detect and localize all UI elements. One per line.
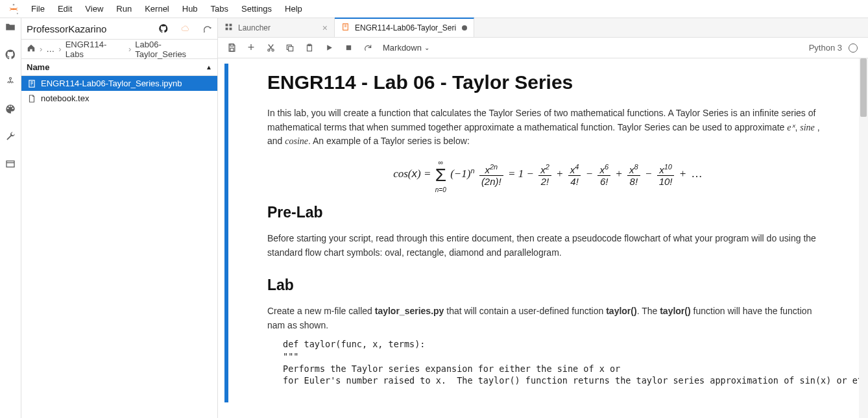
menu-file[interactable]: File [25, 1, 51, 16]
breadcrumb-seg[interactable]: Lab06-Taylor_Series [135, 40, 212, 59]
kernel-name[interactable]: Python 3 [809, 43, 842, 53]
paste-icon[interactable] [301, 40, 318, 56]
tabs-icon[interactable] [4, 157, 17, 170]
code-block: def taylor(func, x, terms): """ Performs… [283, 338, 828, 387]
scrollbar[interactable] [859, 58, 868, 418]
copy-icon[interactable] [282, 40, 298, 56]
restart-icon[interactable] [359, 40, 376, 56]
chevron-down-icon: ⌄ [424, 44, 429, 51]
palette-icon[interactable] [4, 103, 17, 116]
tabbar: Launcher × ENGR114-Lab06-Taylor_Seri [218, 18, 868, 38]
scrollbar-thumb[interactable] [860, 58, 867, 117]
file-column-header[interactable]: Name ▲ [21, 59, 217, 76]
svg-rect-3 [6, 161, 14, 167]
breadcrumb: › … › ENGR114-Labs › Lab06-Taylor_Series [21, 40, 217, 59]
doc-paragraph: Before starting your script, read throug… [267, 232, 828, 260]
svg-rect-10 [230, 44, 234, 46]
notebook-icon [27, 79, 37, 88]
file-icon [27, 94, 37, 103]
home-icon[interactable] [27, 43, 36, 55]
cut-icon[interactable] [262, 40, 279, 56]
content-area: Launcher × ENGR114-Lab06-Taylor_Seri + M… [218, 18, 868, 418]
svg-rect-17 [346, 45, 350, 50]
svg-rect-6 [230, 23, 232, 26]
tab-launcher[interactable]: Launcher × [218, 18, 335, 37]
file-name: notebook.tex [41, 93, 89, 103]
breadcrumb-seg[interactable]: ENGR114-Labs [66, 40, 125, 59]
chevron-icon: › [58, 44, 61, 54]
doc-h2: Pre-Lab [267, 204, 828, 221]
tab-label: Launcher [238, 23, 271, 32]
svg-point-0 [13, 4, 15, 6]
cell-selection-bar [224, 64, 228, 402]
svg-rect-14 [289, 46, 293, 51]
tab-notebook[interactable]: ENGR114-Lab06-Taylor_Seri [335, 18, 474, 37]
menu-run[interactable]: Run [110, 1, 138, 16]
menubar: File Edit View Run Kernel Hub Tabs Setti… [0, 0, 868, 18]
svg-rect-7 [226, 27, 228, 30]
file-list: ENGR114-Lab06-Taylor_Series.ipynb notebo… [21, 76, 217, 418]
svg-rect-11 [230, 48, 234, 51]
doc-paragraph: Create a new m-file called taylor_series… [267, 304, 828, 332]
stop-icon[interactable] [340, 40, 357, 56]
svg-rect-8 [230, 27, 232, 30]
svg-rect-5 [226, 23, 228, 26]
chevron-icon: › [128, 44, 131, 54]
folder-icon[interactable] [4, 21, 17, 34]
menu-hub[interactable]: Hub [176, 1, 204, 16]
kernel-status-icon[interactable] [849, 43, 858, 53]
file-name: ENGR114-Lab06-Taylor_Series.ipynb [41, 79, 182, 88]
notebook-panel[interactable]: ENGR114 - Lab 06 - Taylor Series In this… [218, 58, 868, 418]
git-icon[interactable] [158, 23, 169, 34]
running-icon[interactable] [4, 75, 17, 88]
doc-h1: ENGR114 - Lab 06 - Taylor Series [267, 71, 828, 93]
breadcrumb-seg[interactable]: … [46, 44, 54, 54]
markdown-cell[interactable]: ENGR114 - Lab 06 - Taylor Series In this… [224, 64, 868, 402]
github-icon[interactable] [4, 48, 17, 61]
add-cell-icon[interactable]: + [243, 40, 259, 56]
svg-point-2 [10, 77, 12, 79]
refresh-icon[interactable] [202, 24, 212, 34]
svg-point-12 [267, 49, 269, 51]
jupyter-logo [6, 2, 21, 16]
menu-kernel[interactable]: Kernel [138, 1, 176, 16]
dirty-indicator-icon [462, 25, 467, 31]
menu-edit[interactable]: Edit [51, 1, 78, 16]
notebook-icon [341, 23, 350, 33]
svg-point-1 [17, 12, 18, 14]
cloud-icon[interactable] [180, 23, 191, 34]
svg-point-13 [272, 49, 274, 51]
menu-view[interactable]: View [78, 1, 110, 16]
doc-paragraph: In this lab, you will create a function … [267, 106, 828, 149]
notebook-toolbar: + Markdown ⌄ Python 3 [218, 38, 868, 58]
file-row[interactable]: notebook.tex [21, 91, 217, 106]
chevron-icon: › [40, 44, 42, 54]
save-icon[interactable] [223, 40, 240, 56]
launcher-icon [224, 23, 233, 33]
menu-tabs[interactable]: Tabs [204, 1, 235, 16]
menu-help[interactable]: Help [278, 1, 309, 16]
run-icon[interactable] [320, 40, 337, 56]
sidebar-title: ProfessorKazarino [27, 23, 106, 34]
close-icon[interactable]: × [322, 23, 328, 33]
file-row[interactable]: ENGR114-Lab06-Taylor_Series.ipynb [21, 76, 217, 91]
sort-caret-icon: ▲ [206, 64, 212, 71]
wrench-icon[interactable] [4, 130, 17, 143]
file-browser: ProfessorKazarino › … › ENGR114-Labs › L… [21, 18, 218, 418]
equation: cos(x) = Σ∞n=0 (−1)n x2n(2n)! = 1 − x22!… [267, 163, 828, 187]
doc-h2: Lab [267, 277, 828, 294]
activity-bar [0, 18, 21, 418]
celltype-select[interactable]: Markdown ⌄ [379, 43, 433, 53]
tab-label: ENGR114-Lab06-Taylor_Seri [355, 23, 456, 32]
menu-settings[interactable]: Settings [235, 1, 278, 16]
